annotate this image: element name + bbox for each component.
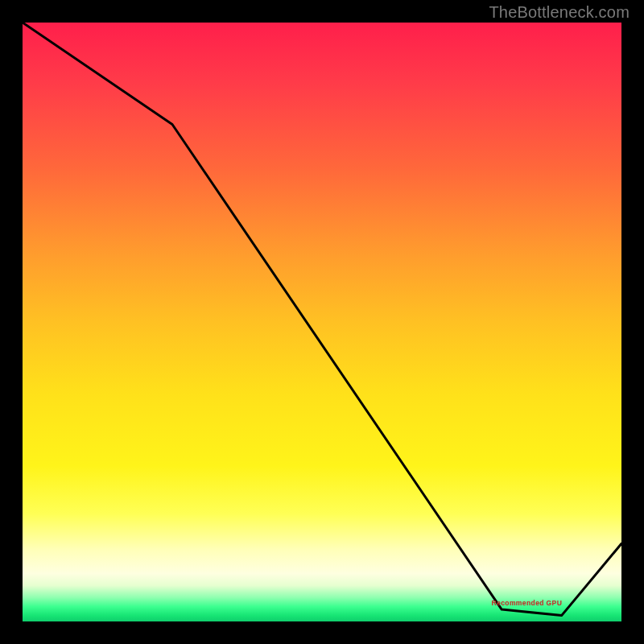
attribution-label: TheBottleneck.com — [489, 3, 630, 22]
recommended-gpu-annotation: Recommended GPU — [492, 599, 563, 607]
chart-frame: TheBottleneck.com Recommended GPU — [0, 0, 644, 644]
plot-area: Recommended GPU — [23, 23, 621, 621]
line-series — [23, 23, 621, 621]
